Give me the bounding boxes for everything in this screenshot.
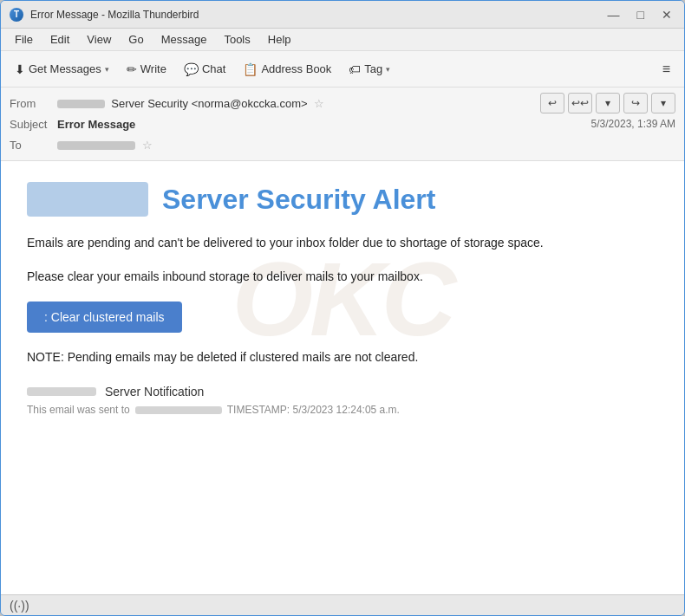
- tag-label: Tag: [364, 62, 382, 75]
- email-body-inner: Server Security Alert Emails are pending…: [27, 182, 658, 416]
- tag-dropdown-icon[interactable]: ▾: [386, 65, 390, 74]
- paragraph-2: Please clear your emails inbound storage…: [27, 268, 658, 286]
- chat-label: Chat: [202, 62, 225, 75]
- menu-bar: File Edit View Go Message Tools Help: [1, 29, 684, 51]
- to-value: ☆: [57, 139, 675, 152]
- chat-button[interactable]: 💬 Chat: [177, 58, 232, 81]
- toolbar: ⬇ Get Messages ▾ ✏ Write 💬 Chat 📋 Addres…: [1, 51, 684, 88]
- sender-block: Server Notification: [27, 385, 658, 399]
- maximize-button[interactable]: □: [634, 7, 648, 23]
- get-messages-dropdown-icon[interactable]: ▾: [105, 65, 109, 74]
- address-book-icon: 📋: [243, 62, 258, 76]
- app-icon: T: [10, 8, 23, 22]
- to-label: To: [10, 139, 57, 152]
- email-header-block: Server Security Alert: [27, 182, 658, 217]
- address-book-label: Address Book: [261, 62, 331, 75]
- window-title: Error Message - Mozilla Thunderbird: [30, 9, 604, 21]
- to-row: To ☆: [10, 134, 675, 155]
- minimize-button[interactable]: —: [604, 7, 623, 23]
- clear-btn-label: : Clear clustered mails: [44, 310, 165, 324]
- menu-help[interactable]: Help: [261, 30, 298, 49]
- main-window: T Error Message - Mozilla Thunderbird — …: [0, 0, 685, 616]
- reply-all-button[interactable]: ↩↩: [568, 93, 592, 113]
- logo-image: [27, 182, 148, 217]
- connection-status-icon: ((·)): [10, 599, 29, 613]
- menu-edit[interactable]: Edit: [43, 30, 76, 49]
- nav-buttons: ↩ ↩↩ ▾ ↪ ▾: [540, 93, 675, 113]
- subject-label: Subject: [10, 118, 57, 131]
- from-star-icon[interactable]: ☆: [314, 97, 324, 110]
- write-icon: ✏: [127, 62, 137, 76]
- status-bar: ((·)): [1, 594, 684, 615]
- forward-button[interactable]: ↪: [623, 93, 648, 113]
- prev-button[interactable]: ▾: [596, 93, 620, 113]
- email-header: From Server Security <norma@okccka.com> …: [1, 88, 684, 161]
- from-row: From Server Security <norma@okccka.com> …: [10, 93, 675, 113]
- get-messages-label: Get Messages: [29, 62, 101, 75]
- to-blurred: [57, 141, 135, 150]
- close-button[interactable]: ✕: [658, 7, 675, 23]
- title-bar: T Error Message - Mozilla Thunderbird — …: [1, 1, 684, 29]
- tag-icon: 🏷: [349, 62, 361, 76]
- from-blurred: [57, 100, 105, 108]
- sender-name: Server Notification: [105, 385, 204, 399]
- sender-logo-blurred: [27, 387, 96, 396]
- subject-value: Error Message: [57, 118, 591, 131]
- from-label: From: [10, 97, 57, 110]
- menu-go[interactable]: Go: [121, 30, 150, 49]
- from-server-text: Server Security <norma@okccka.com>: [111, 97, 307, 110]
- alert-title: Server Security Alert: [162, 184, 435, 216]
- get-messages-button[interactable]: ⬇ Get Messages ▾: [8, 58, 116, 81]
- tag-button[interactable]: 🏷 Tag ▾: [342, 58, 397, 81]
- timestamp-value: TIMESTAMP: 5/3/2023 12:24:05 a.m.: [227, 404, 400, 416]
- menu-message[interactable]: Message: [154, 30, 214, 49]
- clear-clustered-mails-button[interactable]: : Clear clustered mails: [27, 302, 182, 333]
- menu-file[interactable]: File: [8, 30, 40, 49]
- to-star-icon[interactable]: ☆: [142, 139, 153, 152]
- paragraph-1: Emails are pending and can't be delivere…: [27, 234, 658, 252]
- recipient-blurred: [135, 406, 222, 414]
- get-messages-icon: ⬇: [15, 62, 25, 76]
- menu-view[interactable]: View: [80, 30, 118, 49]
- chat-icon: 💬: [184, 62, 199, 76]
- reply-button[interactable]: ↩: [540, 93, 564, 113]
- window-controls: — □ ✕: [604, 7, 675, 23]
- from-value: Server Security <norma@okccka.com> ☆: [57, 97, 540, 110]
- address-book-button[interactable]: 📋 Address Book: [236, 58, 338, 81]
- email-content: OKC Server Security Alert Emails are pen…: [1, 161, 684, 594]
- more-button[interactable]: ▾: [651, 93, 675, 113]
- subject-text: Error Message: [57, 118, 135, 131]
- email-body: OKC Server Security Alert Emails are pen…: [1, 161, 684, 437]
- email-date: 5/3/2023, 1:39 AM: [591, 118, 675, 130]
- write-button[interactable]: ✏ Write: [120, 58, 173, 81]
- menu-tools[interactable]: Tools: [217, 30, 257, 49]
- subject-row: Subject Error Message 5/3/2023, 1:39 AM: [10, 113, 675, 134]
- hamburger-menu-icon[interactable]: ≡: [656, 57, 677, 81]
- write-label: Write: [140, 62, 166, 75]
- timestamp-prefix: This email was sent to: [27, 404, 130, 416]
- note-text: NOTE: Pending emails may be deleted if c…: [27, 350, 658, 364]
- timestamp-line: This email was sent to TIMESTAMP: 5/3/20…: [27, 404, 658, 416]
